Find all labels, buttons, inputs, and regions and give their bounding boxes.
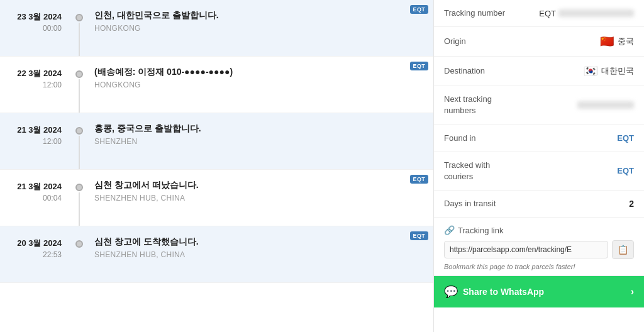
date-time: 12:00 [10, 137, 62, 146]
date-col: 22 3월 2024 12:00 [0, 57, 69, 113]
date-col: 23 3월 2024 00:00 [0, 0, 69, 56]
destination-row: Destination 🇰🇷 대한민국 [434, 57, 644, 86]
found-in-label: Found in [434, 124, 516, 152]
dot-line [79, 23, 80, 56]
next-tracking-row: Next tracking numbers [434, 86, 644, 124]
tracking-url-input[interactable]: https://parcelsapp.com/en/tracking/E [444, 241, 608, 258]
date-time: 00:00 [10, 24, 62, 33]
tracking-link-label: 🔗 Tracking link [444, 225, 634, 235]
event-col: 심천 창고에서 떠났습니다. Shenzhen Hub, China [89, 170, 433, 226]
timeline-item: EQT 23 3월 2024 00:00 인천, 대한민국으로 출발합니다. H… [0, 0, 433, 57]
event-sub: Shenzhen Hub, China [94, 250, 408, 259]
tracking-number-label: Tracking number [434, 0, 516, 27]
timeline-dot [75, 184, 83, 191]
days-in-transit-row: Days in transit 2 [434, 191, 644, 218]
dot-col [69, 226, 89, 282]
tracking-link-section: 🔗 Tracking link https://parcelsapp.com/e… [434, 218, 644, 276]
timeline-dot [75, 127, 83, 135]
whatsapp-icon: 💬 [444, 285, 458, 299]
dot-line [79, 192, 80, 226]
dot-col [69, 0, 89, 56]
info-table: Tracking number EQT Origin 🇨🇳 중국 [434, 0, 644, 218]
next-tracking-value [526, 101, 634, 109]
timeline-panel: EQT 23 3월 2024 00:00 인천, 대한민국으로 출발합니다. H… [0, 0, 433, 332]
tracking-number-prefix: EQT [539, 9, 556, 18]
event-main: 인천, 대한민국으로 출발합니다. [94, 10, 408, 21]
dot-col [69, 170, 89, 226]
eqt-badge: EQT [410, 62, 428, 70]
timeline-dot [75, 240, 83, 248]
tracked-with-link[interactable]: EQT [617, 166, 634, 175]
destination-value: 🇰🇷 대한민국 [526, 64, 634, 78]
days-count: 2 [629, 199, 634, 209]
tracked-with-value: EQT [526, 166, 634, 175]
timeline-item: 21 3월 2024 12:00 홍콩, 중국으로 출발합니다. SHENZHE… [0, 113, 433, 170]
whatsapp-button[interactable]: 💬 Share to WhatsApp › [434, 276, 644, 307]
event-col: 심천 창고에 도착했습니다. Shenzhen Hub, China [89, 226, 433, 282]
origin-row: Origin 🇨🇳 중국 [434, 27, 644, 57]
date-main: 20 3월 2024 [10, 238, 62, 249]
timeline-item: EQT 21 3월 2024 00:04 심천 창고에서 떠났습니다. Shen… [0, 170, 433, 226]
date-time: 12:00 [10, 80, 62, 89]
tracking-number-blurred [558, 9, 634, 17]
found-in-row: Found in EQT [434, 124, 644, 152]
date-time: 22:53 [10, 250, 62, 259]
tracking-link-text: Tracking link [458, 226, 503, 235]
date-col: 21 3월 2024 12:00 [0, 113, 69, 169]
dot-line [79, 136, 80, 169]
date-main: 21 3월 2024 [10, 124, 62, 136]
date-time: 00:04 [10, 194, 62, 202]
timeline-dot [75, 70, 83, 78]
event-main: (배송예정: 이정재 010-●●●●-●●●●) [94, 67, 408, 78]
found-in-link[interactable]: EQT [617, 133, 634, 143]
tracking-url-row: https://parcelsapp.com/en/tracking/E 📋 [444, 240, 634, 259]
copy-button[interactable]: 📋 [612, 240, 634, 259]
date-main: 21 3월 2024 [10, 181, 62, 192]
origin-flag: 🇨🇳 [600, 35, 614, 48]
date-col: 20 3월 2024 22:53 [0, 226, 69, 282]
tracking-number-row: Tracking number EQT [434, 0, 644, 27]
link-icon: 🔗 [444, 225, 455, 235]
dot-col [69, 57, 89, 113]
tracked-with-label: Tracked with couriers [434, 152, 516, 190]
date-col: 21 3월 2024 00:04 [0, 170, 69, 226]
date-main: 22 3월 2024 [10, 68, 62, 79]
whatsapp-label: Share to WhatsApp [463, 287, 544, 297]
eqt-badge: EQT [410, 5, 428, 14]
days-in-transit-value: 2 [526, 199, 634, 209]
tracking-number-value: EQT [526, 9, 634, 18]
origin-text: 중국 [618, 36, 634, 47]
date-main: 23 3월 2024 [10, 11, 62, 23]
timeline-dot [75, 14, 83, 21]
event-main: 홍콩, 중국으로 출발합니다. [94, 123, 408, 135]
event-sub: SHENZHEN [94, 137, 408, 146]
event-sub: Shenzhen Hub, China [94, 194, 408, 202]
event-col: 홍콩, 중국으로 출발합니다. SHENZHEN [89, 113, 433, 169]
eqt-badge: EQT [410, 175, 428, 184]
event-col: 인천, 대한민국으로 출발합니다. HONGKONG [89, 0, 433, 56]
info-panel: Tracking number EQT Origin 🇨🇳 중국 [433, 0, 644, 332]
next-tracking-blurred [577, 101, 634, 109]
event-main: 심천 창고에 도착했습니다. [94, 236, 408, 248]
event-sub: HONGKONG [94, 80, 408, 89]
bookmark-note: Bookmark this page to track parcels fast… [444, 263, 634, 270]
event-sub: HONGKONG [94, 24, 408, 33]
destination-text: 대한민국 [601, 65, 634, 77]
destination-flag: 🇰🇷 [584, 64, 597, 78]
dot-line [79, 79, 80, 113]
next-tracking-label: Next tracking numbers [434, 86, 516, 124]
timeline-item: EQT 20 3월 2024 22:53 심천 창고에 도착했습니다. Shen… [0, 226, 433, 283]
tracked-with-row: Tracked with couriers EQT [434, 152, 644, 190]
event-col: (배송예정: 이정재 010-●●●●-●●●●) HONGKONG [89, 57, 433, 113]
dot-col [69, 113, 89, 169]
event-main: 심천 창고에서 떠났습니다. [94, 180, 408, 191]
found-in-value: EQT [526, 133, 634, 143]
arrow-right-icon: › [631, 286, 634, 297]
destination-label: Destination [434, 57, 516, 86]
timeline-item: EQT 22 3월 2024 12:00 (배송예정: 이정재 010-●●●●… [0, 57, 433, 113]
origin-label: Origin [434, 27, 516, 57]
origin-value: 🇨🇳 중국 [526, 35, 634, 48]
days-in-transit-label: Days in transit [434, 191, 516, 218]
eqt-badge: EQT [410, 231, 428, 240]
